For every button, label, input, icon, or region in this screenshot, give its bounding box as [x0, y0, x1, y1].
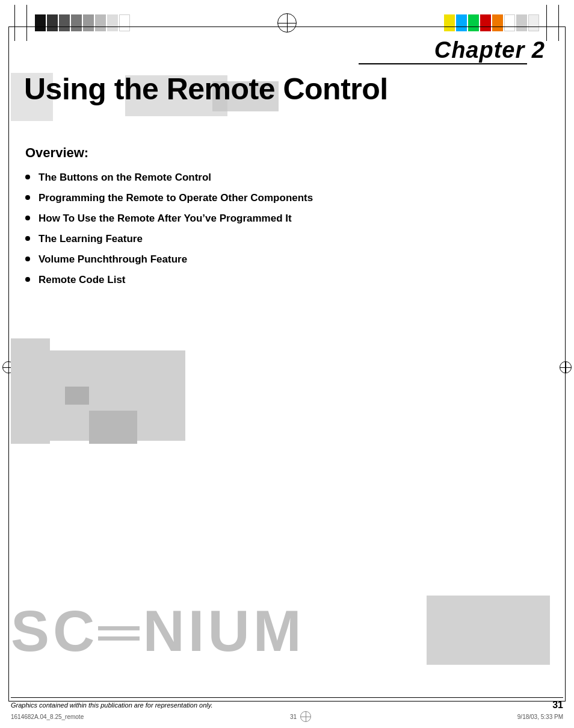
bullet-dot — [25, 175, 30, 179]
page-title: Using the Remote Control — [11, 73, 563, 106]
color-bar-left — [35, 14, 130, 31]
page-content: Chapter 2 Using the Remote Control Overv… — [11, 31, 563, 698]
deco-rect-tiny — [65, 387, 89, 405]
center-crosshair — [277, 13, 297, 33]
swatch-r8 — [528, 14, 539, 31]
swatch-1 — [35, 14, 46, 31]
bullet-text: Remote Code List — [39, 274, 126, 286]
chapter-heading-container: Chapter 2 — [11, 31, 563, 64]
bottom-info-bar: 1614682A.04_8.25_remote 31 9/18/03, 5:33… — [11, 711, 563, 722]
overview-section: Overview: The Buttons on the Remote Cont… — [11, 145, 563, 286]
footer-disclaimer: Graphics contained within this publicati… — [11, 702, 212, 709]
deco-rect-small-overlay — [89, 411, 137, 444]
bullet-dot — [25, 236, 30, 241]
swatch-r7 — [516, 14, 527, 31]
bullet-dot — [25, 257, 30, 261]
bullet-text: Volume Punchthrough Feature — [39, 254, 187, 266]
bullet-dot — [25, 195, 30, 200]
bullet-dot — [25, 216, 30, 220]
swatch-r2 — [456, 14, 467, 31]
chapter-underline — [359, 63, 527, 64]
swatch-4 — [71, 14, 82, 31]
bullet-text: The Learning Feature — [39, 233, 143, 245]
list-item: How To Use the Remote After You’ve Progr… — [25, 213, 563, 225]
swatch-2 — [47, 14, 58, 31]
scenium-logo: SC═NIUM — [11, 602, 305, 660]
swatch-r6 — [504, 14, 515, 31]
footer: Graphics contained within this publicati… — [11, 697, 563, 711]
scenium-area: SC═NIUM — [11, 580, 563, 665]
swatch-7 — [107, 14, 118, 31]
bottom-crosshair — [300, 711, 311, 722]
list-item: The Learning Feature — [25, 233, 563, 245]
title-block: Using the Remote Control — [11, 73, 563, 127]
swatch-r5 — [492, 14, 503, 31]
swatch-r3 — [468, 14, 479, 31]
bullet-text: The Buttons on the Remote Control — [39, 172, 211, 184]
bottom-info-left: 1614682A.04_8.25_remote — [11, 714, 84, 720]
swatch-6 — [95, 14, 106, 31]
footer-page-number: 31 — [552, 700, 563, 711]
list-item: Remote Code List — [25, 274, 563, 286]
overview-heading: Overview: — [25, 145, 563, 161]
swatch-5 — [83, 14, 94, 31]
bullet-text: How To Use the Remote After You’ve Progr… — [39, 213, 292, 225]
list-item: The Buttons on the Remote Control — [25, 172, 563, 184]
bullet-text: Programming the Remote to Operate Other … — [39, 192, 313, 204]
bottom-info-right: 9/18/03, 5:33 PM — [517, 714, 563, 720]
scenium-bg-rect — [427, 596, 550, 665]
list-item: Programming the Remote to Operate Other … — [25, 192, 563, 204]
bullet-dot — [25, 277, 30, 282]
color-bar-right — [444, 14, 539, 31]
swatch-8 — [119, 14, 130, 31]
swatch-3 — [59, 14, 70, 31]
bottom-info-center: 31 — [290, 714, 297, 720]
deco-rects-middle — [11, 338, 203, 459]
swatch-r4 — [480, 14, 491, 31]
chapter-heading: Chapter 2 — [434, 37, 545, 63]
bottom-info-center-group: 31 — [290, 711, 311, 722]
bullet-list: The Buttons on the Remote Control Progra… — [25, 172, 563, 286]
list-item: Volume Punchthrough Feature — [25, 254, 563, 266]
swatch-r1 — [444, 14, 455, 31]
